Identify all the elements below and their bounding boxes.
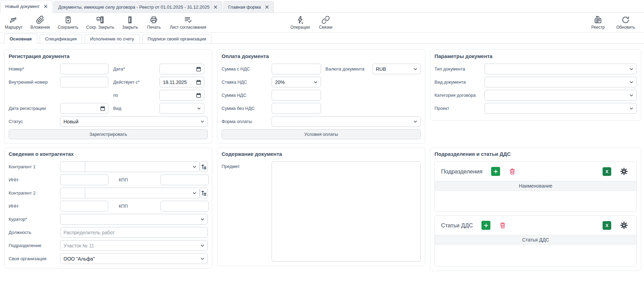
position-input[interactable]: Распределитель работ bbox=[60, 227, 208, 238]
printer-icon bbox=[149, 16, 158, 24]
tab-documents-registry[interactable]: Документы, имеющие силу договора - Реест… bbox=[53, 1, 222, 12]
chevron-down-icon bbox=[629, 93, 634, 97]
counterparty2-tree-button[interactable] bbox=[200, 188, 208, 198]
kind-select[interactable] bbox=[159, 103, 204, 114]
settings-button[interactable] bbox=[620, 167, 628, 176]
amount-vat-input[interactable] bbox=[272, 64, 321, 74]
internal-number-input[interactable] bbox=[60, 77, 108, 87]
inn1-input[interactable] bbox=[60, 174, 108, 185]
own-org-value: ООО "Альфа" bbox=[64, 256, 95, 262]
close-icon[interactable] bbox=[44, 4, 48, 8]
own-org-select[interactable]: ООО "Альфа" bbox=[60, 253, 208, 264]
kpp1-input[interactable] bbox=[160, 174, 209, 185]
number-input[interactable] bbox=[60, 64, 108, 74]
payment-terms-button[interactable]: Условия оплаты bbox=[222, 129, 421, 139]
doc-kind-label: Вид документа bbox=[435, 79, 485, 85]
amount-no-vat-input[interactable] bbox=[272, 103, 321, 114]
toolbar-item-refresh[interactable]: Обновить bbox=[616, 16, 635, 30]
toolbar-item-operations[interactable]: Операции bbox=[291, 16, 310, 30]
chevron-down-icon bbox=[413, 67, 418, 71]
dds-articles-table-body[interactable] bbox=[435, 245, 636, 266]
curator-select[interactable] bbox=[60, 214, 208, 225]
subdivisions-title: Подразделения bbox=[441, 168, 482, 175]
kind-label: Вид bbox=[108, 106, 159, 111]
subdivisions-table-body[interactable] bbox=[435, 191, 636, 211]
parameters-panel: Параметры документа Тип документа Вид до… bbox=[430, 49, 641, 121]
calendar-icon bbox=[196, 93, 201, 98]
counterparty1-tree-button[interactable] bbox=[200, 161, 208, 172]
amount-vat-label: Сумма с НДС bbox=[222, 66, 272, 72]
counterparty2-label: Контрагент 2 bbox=[9, 190, 60, 196]
department-select[interactable]: Участок № 11 bbox=[60, 240, 208, 251]
vat-rate-select[interactable]: 20% bbox=[272, 77, 321, 87]
toolbar-item-route[interactable]: Маршрут bbox=[5, 16, 22, 30]
dds-panel: Подразделения и статьи ДДС Подразделения… bbox=[430, 147, 641, 271]
curator-label: Куратор* bbox=[9, 217, 60, 222]
add-button[interactable] bbox=[491, 167, 500, 176]
subject-textarea[interactable] bbox=[272, 161, 421, 262]
date-input[interactable] bbox=[159, 64, 204, 74]
tab-main[interactable]: Основная bbox=[4, 34, 37, 44]
window-tab-bar: Новый документ Документы, имеющие силу д… bbox=[0, 0, 644, 13]
vat-rate-value: 20% bbox=[275, 79, 285, 85]
excel-icon: X bbox=[605, 169, 608, 174]
counterparty-code-segment[interactable] bbox=[60, 188, 85, 198]
excel-export-button[interactable]: X bbox=[603, 167, 611, 176]
contract-category-label: Категория договора bbox=[435, 93, 485, 98]
reg-date-input[interactable] bbox=[60, 103, 108, 114]
save-close-icon bbox=[96, 16, 105, 24]
toolbar-item-print[interactable]: Печать bbox=[146, 16, 162, 30]
tab-invoice-execution[interactable]: Исполнение по счету bbox=[85, 34, 140, 43]
currency-value: RUB bbox=[376, 66, 386, 72]
delete-button[interactable] bbox=[499, 222, 506, 229]
valid-to-label: по bbox=[108, 93, 159, 98]
counterparty2-select[interactable] bbox=[60, 188, 200, 198]
toolbar-item-save-close[interactable]: Сохр. Закрыть bbox=[86, 16, 114, 30]
doc-type-select[interactable] bbox=[485, 64, 637, 74]
settings-button[interactable] bbox=[620, 221, 628, 229]
toolbar-item-registry[interactable]: Реестр bbox=[590, 16, 606, 30]
status-select[interactable]: Новый bbox=[60, 116, 208, 127]
valid-from-input[interactable]: 18.11.2025 bbox=[159, 77, 204, 87]
project-select[interactable] bbox=[485, 103, 637, 114]
valid-to-input[interactable] bbox=[159, 90, 204, 101]
toolbar-item-save[interactable]: Сохранить bbox=[58, 16, 78, 30]
counterparty-code-segment[interactable] bbox=[60, 162, 85, 172]
excel-export-button[interactable]: X bbox=[603, 221, 611, 230]
close-icon[interactable] bbox=[214, 5, 217, 9]
calendar-icon bbox=[196, 79, 201, 85]
contract-category-select[interactable] bbox=[485, 90, 637, 101]
delete-button[interactable] bbox=[509, 168, 516, 175]
tab-own-org-signatures[interactable]: Подписи своей организации bbox=[142, 34, 212, 43]
toolbar-item-attachments[interactable]: Вложения bbox=[30, 16, 50, 30]
chevron-down-icon bbox=[192, 164, 197, 169]
toolbar-item-links[interactable]: Связки bbox=[318, 16, 334, 30]
doc-kind-select[interactable] bbox=[485, 77, 637, 87]
payment-form-label: Форма оплаты bbox=[222, 119, 272, 124]
chevron-down-icon bbox=[413, 119, 418, 124]
project-label: Проект bbox=[435, 106, 485, 111]
close-icon[interactable] bbox=[265, 5, 269, 9]
tab-main-form[interactable]: Главная форма bbox=[223, 1, 273, 12]
vat-amount-label: Сумма НДС bbox=[222, 93, 272, 98]
add-button[interactable] bbox=[481, 221, 490, 230]
counterparty1-select[interactable] bbox=[60, 161, 200, 172]
inn2-input[interactable] bbox=[60, 201, 108, 211]
payment-panel: Оплата документа Сумма с НДС Валюта доку… bbox=[217, 49, 425, 144]
toolbar-item-approval-sheet[interactable]: Лист согласования bbox=[170, 16, 206, 30]
link-icon bbox=[321, 16, 330, 24]
kpp2-input[interactable] bbox=[160, 201, 209, 211]
tab-new-document[interactable]: Новый документ bbox=[0, 0, 52, 13]
register-button[interactable]: Зарегистрировать bbox=[9, 129, 208, 139]
toolbar-item-close[interactable]: Закрыть bbox=[122, 16, 138, 30]
tab-specification[interactable]: Спецификация bbox=[40, 34, 82, 43]
number-label: Номер* bbox=[9, 66, 60, 72]
plus-icon bbox=[494, 169, 498, 174]
vat-amount-input[interactable] bbox=[272, 90, 321, 101]
route-icon bbox=[9, 16, 18, 24]
kpp2-label: КПП bbox=[108, 204, 160, 209]
save-icon bbox=[64, 16, 72, 24]
chevron-down-icon bbox=[200, 256, 205, 261]
payment-form-select[interactable] bbox=[272, 116, 421, 127]
currency-select[interactable]: RUB bbox=[372, 64, 421, 74]
